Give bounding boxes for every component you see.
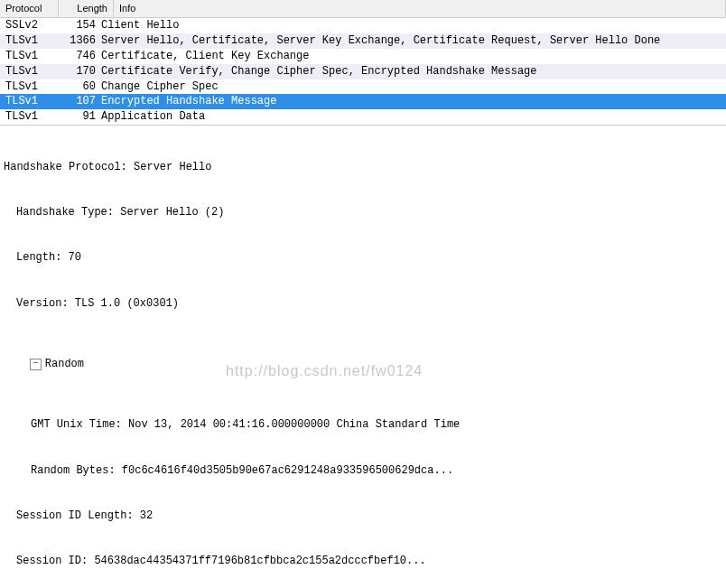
packet-row[interactable]: TLSv1746Certificate, Client Key Exchange: [0, 49, 726, 64]
packet-protocol: TLSv1: [0, 33, 52, 49]
random-label[interactable]: Random: [45, 358, 84, 370]
packet-list-header: Protocol Length Info: [0, 0, 726, 18]
packet-info: Application Data: [99, 109, 726, 125]
packet-row[interactable]: TLSv1170Certificate Verify, Change Ciphe…: [0, 64, 726, 79]
packet-row[interactable]: TLSv160Change Cipher Spec: [0, 79, 726, 95]
packet-row[interactable]: TLSv11366Server Hello, Certificate, Serv…: [0, 33, 726, 49]
packet-info: Server Hello, Certificate, Server Key Ex…: [99, 33, 726, 49]
packet-row[interactable]: SSLv2154Client Hello: [0, 18, 726, 33]
packet-protocol: TLSv1: [0, 64, 52, 79]
packet-protocol: TLSv1: [0, 49, 52, 64]
server-hello-version[interactable]: Version: TLS 1.0 (0x0301): [0, 296, 726, 312]
packet-length: 60: [52, 79, 99, 95]
packet-info: Client Hello: [99, 18, 726, 33]
server-hello-length[interactable]: Length: 70: [0, 250, 726, 266]
packet-details-pane: Handshake Protocol: Server Hello Handsha…: [0, 126, 726, 588]
packet-row[interactable]: TLSv191Application Data: [0, 109, 726, 125]
col-header-protocol[interactable]: Protocol: [0, 0, 59, 17]
packet-row[interactable]: TLSv1107Encrypted Handshake Message: [0, 94, 726, 109]
packet-length: 107: [52, 94, 99, 109]
packet-length: 1366: [52, 33, 99, 49]
random-bytes[interactable]: Random Bytes: f0c6c4616f40d3505b90e67ac6…: [0, 463, 726, 479]
collapse-icon[interactable]: −: [30, 359, 42, 370]
packet-length: 746: [52, 49, 99, 64]
packet-length: 170: [52, 64, 99, 79]
session-id[interactable]: Session ID: 54638dac44354371ff7196b81cfb…: [0, 554, 726, 569]
server-hello-type[interactable]: Handshake Type: Server Hello (2): [0, 205, 726, 220]
session-id-length[interactable]: Session ID Length: 32: [0, 509, 726, 524]
packet-info: Certificate, Client Key Exchange: [99, 49, 726, 64]
packet-length: 91: [52, 109, 99, 125]
col-header-info[interactable]: Info: [114, 0, 726, 17]
col-header-length[interactable]: Length: [59, 0, 114, 17]
packet-info: Encrypted Handshake Message: [99, 94, 726, 109]
packet-protocol: TLSv1: [0, 109, 52, 125]
packet-protocol: TLSv1: [0, 79, 52, 95]
gmt-unix-time[interactable]: GMT Unix Time: Nov 13, 2014 00:41:16.000…: [0, 417, 726, 433]
packet-length: 154: [52, 18, 99, 33]
packet-protocol: SSLv2: [0, 18, 52, 33]
server-hello-title[interactable]: Handshake Protocol: Server Hello: [0, 160, 726, 175]
packet-info: Certificate Verify, Change Cipher Spec, …: [99, 64, 726, 79]
packet-list: Protocol Length Info SSLv2154Client Hell…: [0, 0, 726, 126]
packet-info: Change Cipher Spec: [99, 79, 726, 95]
packet-protocol: TLSv1: [0, 94, 52, 109]
